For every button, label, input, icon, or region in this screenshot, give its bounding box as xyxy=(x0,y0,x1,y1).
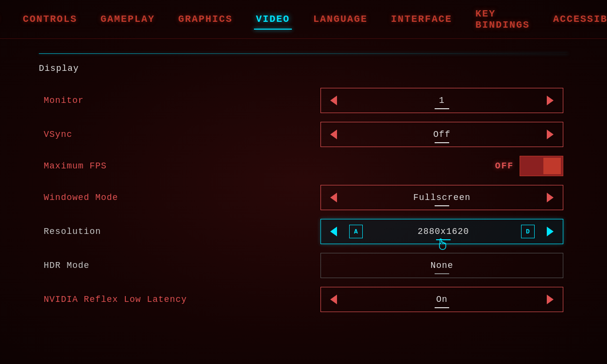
nvidia-reflex-prev-btn[interactable] xyxy=(321,287,346,312)
cursor-icon xyxy=(437,237,448,251)
resolution-key-d: D xyxy=(521,225,535,238)
top-navigation: SOUND CONTROLS GAMEPLAY GRAPHICS VIDEO L… xyxy=(0,0,607,39)
nvidia-reflex-selector[interactable]: On xyxy=(320,287,563,312)
nav-controls[interactable]: CONTROLS xyxy=(21,10,79,29)
setting-row-monitor: Monitor 1 xyxy=(39,88,568,113)
windowed-mode-value: Fullscreen xyxy=(346,193,538,202)
resolution-key-a: A xyxy=(349,225,363,238)
windowed-mode-selector[interactable]: Fullscreen xyxy=(320,185,563,210)
resolution-selector[interactable]: A 2880x1620 D xyxy=(320,219,563,244)
maximum-fps-label: Maximum FPS xyxy=(44,161,165,171)
vsync-next-btn[interactable] xyxy=(538,122,563,147)
resolution-value: 2880x1620 xyxy=(366,227,521,236)
resolution-prev-icon xyxy=(330,227,337,236)
section-divider xyxy=(39,53,568,54)
setting-row-maximum-fps: Maximum FPS OFF xyxy=(39,156,568,176)
nav-accessibility[interactable]: ACCESSIBILITY xyxy=(551,10,607,29)
fps-toggle-knob xyxy=(543,158,561,174)
monitor-value: 1 xyxy=(346,96,538,105)
resolution-next-icon xyxy=(547,227,554,236)
setting-row-hdr-mode: HDR Mode None xyxy=(39,253,568,278)
nvidia-reflex-next-btn[interactable] xyxy=(538,287,563,312)
hdr-mode-label: HDR Mode xyxy=(44,261,165,270)
windowed-mode-prev-btn[interactable] xyxy=(321,185,346,210)
nav-graphics[interactable]: GRAPHICS xyxy=(176,10,235,29)
monitor-next-btn[interactable] xyxy=(538,88,563,113)
maximum-fps-control: OFF xyxy=(320,156,563,176)
fps-toggle-switch[interactable] xyxy=(520,156,563,176)
resolution-prev-btn[interactable] xyxy=(321,219,346,244)
windowed-mode-label: Windowed Mode xyxy=(44,193,165,202)
nvidia-reflex-prev-icon xyxy=(330,295,337,304)
nvidia-reflex-label: NVIDIA Reflex Low Latency xyxy=(44,295,187,304)
nav-sound[interactable]: SOUND xyxy=(0,10,1,29)
hdr-mode-selector[interactable]: None xyxy=(320,253,563,278)
setting-row-vsync: VSync Off xyxy=(39,122,568,147)
main-content: Display Monitor 1 VSync Off xyxy=(0,39,607,335)
monitor-label: Monitor xyxy=(44,96,165,105)
setting-row-resolution: Resolution A 2880x1620 D xyxy=(39,219,568,244)
windowed-mode-prev-icon xyxy=(330,193,337,202)
vsync-value: Off xyxy=(346,130,538,139)
windowed-mode-next-btn[interactable] xyxy=(538,185,563,210)
setting-row-nvidia-reflex: NVIDIA Reflex Low Latency On xyxy=(39,287,568,312)
monitor-prev-icon xyxy=(330,96,337,105)
setting-row-windowed-mode: Windowed Mode Fullscreen xyxy=(39,185,568,210)
vsync-label: VSync xyxy=(44,130,165,139)
hdr-mode-value: None xyxy=(430,261,453,270)
nav-video[interactable]: VIDEO xyxy=(254,10,292,29)
fps-off-label: OFF xyxy=(495,161,514,171)
resolution-label: Resolution xyxy=(44,227,165,236)
windowed-mode-next-icon xyxy=(547,193,554,202)
monitor-next-icon xyxy=(547,96,554,105)
nav-language[interactable]: LANGUAGE xyxy=(311,10,370,29)
section-title-display: Display xyxy=(39,64,568,73)
settings-page: SOUND CONTROLS GAMEPLAY GRAPHICS VIDEO L… xyxy=(0,0,607,364)
nav-interface[interactable]: INTERFACE xyxy=(389,10,454,29)
nav-gameplay[interactable]: GAMEPLAY xyxy=(99,10,157,29)
vsync-next-icon xyxy=(547,130,554,139)
vsync-prev-icon xyxy=(330,130,337,139)
monitor-prev-btn[interactable] xyxy=(321,88,346,113)
vsync-selector[interactable]: Off xyxy=(320,122,563,147)
nvidia-reflex-next-icon xyxy=(547,295,554,304)
vsync-prev-btn[interactable] xyxy=(321,122,346,147)
monitor-selector[interactable]: 1 xyxy=(320,88,563,113)
nav-key-bindings[interactable]: KEY BINDINGS xyxy=(473,4,532,34)
resolution-next-btn[interactable] xyxy=(538,219,563,244)
nvidia-reflex-value: On xyxy=(346,295,538,304)
